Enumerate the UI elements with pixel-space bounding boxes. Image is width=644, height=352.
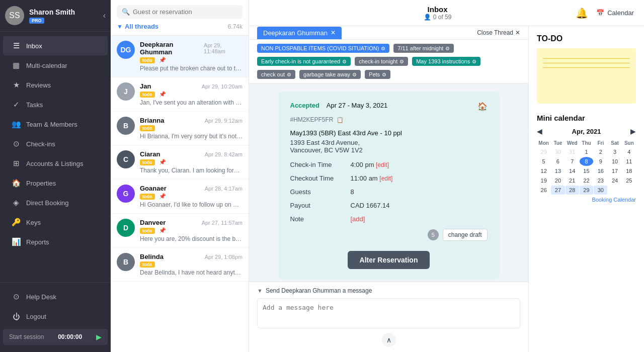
booking-calendar-link[interactable]: Booking Calendar — [537, 197, 636, 203]
sidebar-item-reports[interactable]: 📊 Reports — [3, 232, 108, 251]
pin-icon: 📌 — [159, 159, 166, 165]
calendar-day[interactable]: 13 — [551, 166, 565, 175]
calendar-day[interactable]: 2 — [594, 147, 607, 156]
calendar-day[interactable]: 24 — [608, 176, 621, 185]
sidebar-item-check-ins[interactable]: ⊙ Check-ins — [3, 134, 108, 153]
notification-bell-button[interactable]: 🔔 — [576, 7, 588, 19]
compose-expand-button[interactable]: ∧ — [382, 333, 396, 347]
timer-play-button[interactable]: ▶ — [96, 333, 102, 341]
thread-item-ciaran[interactable]: C Ciaran Apr 29, 8:42am todo 📌 Thank you… — [111, 145, 249, 180]
calendar-day[interactable]: 16 — [594, 166, 607, 175]
calendar-button[interactable]: 📅 Calendar — [596, 9, 634, 17]
tag-settings-icon[interactable]: ⚙ — [342, 59, 347, 64]
inbox-count: 0 of 59 — [433, 14, 452, 21]
calendar-day[interactable]: 28 — [566, 186, 579, 195]
collapse-button[interactable]: ‹ — [103, 11, 106, 20]
sidebar-item-label: Reviews — [26, 81, 51, 89]
calendar-day[interactable]: 5 — [537, 157, 550, 166]
sidebar-item-tasks[interactable]: ✓ Tasks — [3, 95, 108, 114]
thread-tab-row: Deepkaran Ghumman ✕ Close Thread ✕ — [249, 26, 528, 40]
tag-checkin-tonight: check-in tonight ⚙ — [355, 57, 408, 66]
calendar-day[interactable]: 30 — [594, 186, 607, 195]
calendar-next-button[interactable]: ▶ — [630, 127, 636, 135]
calendar-day[interactable]: 30 — [551, 147, 565, 156]
calendar-day[interactable]: 7 — [566, 157, 579, 166]
change-draft-button[interactable]: change draft — [443, 229, 488, 241]
calendar-day[interactable]: 18 — [622, 166, 636, 175]
calendar-day[interactable]: 23 — [594, 176, 607, 185]
sidebar-item-inbox[interactable]: ☰ Inbox — [3, 36, 108, 55]
all-threads-tab[interactable]: All threads — [125, 23, 158, 30]
calendar-day[interactable]: 8 — [580, 157, 593, 166]
sidebar-item-keys[interactable]: 🔑 Keys — [3, 213, 108, 232]
search-box[interactable]: 🔍 — [117, 5, 243, 19]
sidebar-item-logout[interactable]: ⏻ Logout — [3, 307, 108, 326]
tag-settings-icon[interactable]: ⚙ — [352, 72, 357, 77]
thread-item-brianna[interactable]: B Brianna Apr 29, 9:12am todo Hi Brianna… — [111, 112, 249, 145]
tag-settings-icon[interactable]: ⚙ — [287, 72, 291, 77]
calendar-day[interactable]: 14 — [566, 166, 579, 175]
calendar-day[interactable]: 20 — [551, 176, 565, 185]
active-thread-tab[interactable]: Deepkaran Ghumman ✕ — [257, 27, 342, 39]
close-thread-button[interactable]: Close Thread ✕ — [477, 26, 520, 39]
thread-tags-row: NON PLOSPABLE ITEMS (COVID SITUATION) ⚙ … — [249, 40, 528, 83]
thread-item-jan[interactable]: J Jan Apr 29, 10:20am todo 📌 Jan, I've s… — [111, 77, 249, 112]
calendar-day[interactable]: 9 — [594, 157, 607, 166]
sidebar-item-properties[interactable]: 🏠 Properties — [3, 173, 108, 193]
compose-textarea[interactable] — [257, 298, 520, 328]
calendar-day[interactable]: 26 — [537, 186, 550, 195]
close-tab-icon[interactable]: ✕ — [331, 29, 336, 36]
calendar-day[interactable]: 3 — [608, 147, 621, 156]
calendar-day[interactable]: 29 — [537, 147, 550, 156]
calendar-day[interactable]: 27 — [551, 186, 565, 195]
compose-header[interactable]: ▼ Send Deepkaran Ghumman a message — [257, 287, 520, 294]
calendar-day[interactable]: 4 — [622, 147, 636, 156]
payout-value: CAD 1667.14 — [351, 202, 390, 209]
tag-settings-icon[interactable]: ⚙ — [382, 72, 386, 77]
calendar-day[interactable]: 15 — [580, 166, 593, 175]
calendar-day[interactable]: 1 — [580, 147, 593, 156]
search-input[interactable] — [133, 8, 237, 16]
sidebar-item-multi-calendar[interactable]: ▦ Multi-calendar — [3, 56, 108, 75]
copy-icon[interactable]: 📋 — [337, 117, 344, 123]
calendar-day[interactable]: 19 — [537, 176, 550, 185]
sidebar-item-help-desk[interactable]: ⊙ Help Desk — [3, 287, 108, 306]
thread-item-danveer[interactable]: D Danveer Apr 27, 11:57am todo 📌 Here yo… — [111, 214, 249, 248]
calendar-day[interactable]: 22 — [580, 176, 593, 185]
tag-settings-icon[interactable]: ⚙ — [445, 46, 450, 51]
calendar-day-header: Sun — [622, 139, 636, 147]
calendar-day[interactable]: 17 — [608, 166, 621, 175]
thread-item-belinda[interactable]: B Belinda Apr 29, 1:08pm todo Dear Belin… — [111, 248, 249, 282]
calendar-day[interactable]: 21 — [566, 176, 579, 185]
calendar-day-header: Tue — [551, 139, 565, 147]
close-thread-label: Close Thread — [477, 29, 513, 36]
calendar-day[interactable]: 10 — [608, 157, 621, 166]
main-header: Inbox 👤 0 of 59 🔔 📅 Calendar — [249, 0, 644, 26]
thread-item-goanaer[interactable]: G Goanaer Apr 28, 4:17am todo 📌 Hi Goana… — [111, 180, 249, 214]
calendar-day[interactable]: 12 — [537, 166, 550, 175]
thread-name: Goanaer — [140, 185, 167, 192]
tag-settings-icon[interactable]: ⚙ — [381, 46, 385, 51]
calendar-day[interactable]: 11 — [622, 157, 636, 166]
alter-reservation-button[interactable]: Alter Reservation — [348, 251, 430, 269]
thread-time: Apr 27, 11:57am — [202, 220, 243, 226]
thread-avatar: DG — [117, 41, 135, 59]
thread-item-deepkaran[interactable]: DG Deepkaran Ghumman Apr 29, 11:48am tod… — [111, 36, 249, 77]
sidebar-item-reviews[interactable]: ★ Reviews — [3, 75, 108, 95]
checkout-edit-link[interactable]: [edit] — [379, 175, 392, 182]
calendar-day[interactable]: 31 — [566, 147, 579, 156]
calendar-day[interactable]: 29 — [580, 186, 593, 195]
checkin-edit-link[interactable]: [edit] — [376, 161, 389, 168]
sidebar-item-team-members[interactable]: 👥 Team & Members — [3, 115, 108, 134]
note-add-link[interactable]: [add] — [351, 215, 365, 223]
tag-settings-icon[interactable]: ⚙ — [472, 59, 476, 64]
sidebar-item-direct-booking[interactable]: ◈ Direct Booking — [3, 193, 108, 212]
tag-settings-icon[interactable]: ⚙ — [399, 59, 404, 64]
sidebar-item-accounts-listings[interactable]: ⊞ Accounts & Listings — [3, 154, 108, 173]
mini-calendar-title: Mini calendar — [537, 114, 636, 122]
calendar-day[interactable]: 6 — [551, 157, 565, 166]
calendar-day[interactable]: 25 — [622, 176, 636, 185]
calendar-day-header: Thu — [580, 139, 593, 147]
inbox-icon: ☰ — [11, 41, 21, 51]
calendar-prev-button[interactable]: ◀ — [537, 127, 542, 135]
